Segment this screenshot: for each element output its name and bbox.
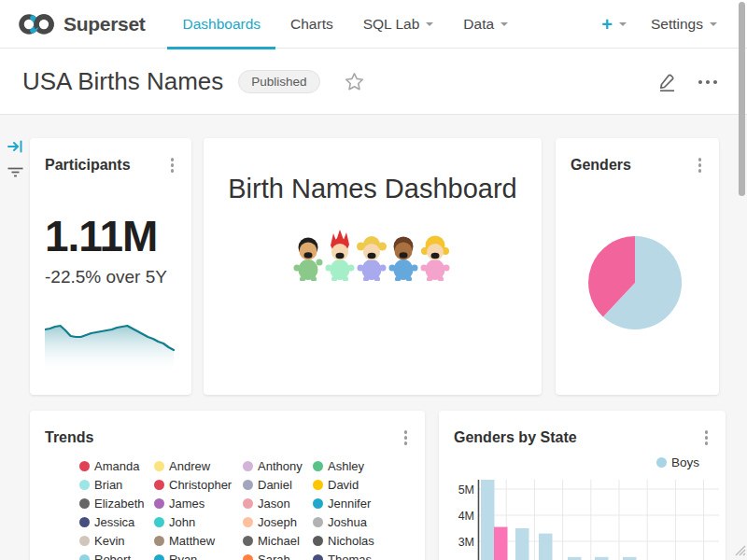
legend-label: Robert — [94, 553, 131, 560]
legend-item[interactable]: Jessica — [77, 512, 151, 531]
card-genders-by-state: Genders by State Boys 5M4M3M — [439, 411, 726, 560]
edit-dashboard-icon[interactable] — [656, 71, 678, 92]
published-badge[interactable]: Published — [238, 70, 319, 93]
legend-item[interactable]: David — [310, 475, 413, 494]
legend-label: Christopher — [169, 478, 232, 492]
legend-label: Nicholas — [328, 534, 374, 548]
legend-item[interactable]: Kevin — [77, 531, 151, 550]
card-markdown: Birth Names Dashboard — [204, 138, 542, 395]
nav-item-data[interactable]: Data — [448, 0, 523, 49]
card-genders: Genders — [556, 138, 719, 395]
legend-swatch — [154, 461, 164, 471]
legend-item[interactable]: Matthew — [151, 531, 240, 550]
children-illustration — [293, 227, 452, 281]
legend-item[interactable]: John — [151, 512, 240, 531]
card-menu-kebab-icon[interactable] — [702, 427, 712, 448]
superset-logo-icon — [17, 11, 56, 37]
legend-swatch — [79, 480, 90, 490]
legend-label: Michael — [258, 534, 300, 548]
markdown-heading: Birth Names Dashboard — [204, 138, 542, 204]
dashboard-header: USA Births Names Published — [0, 49, 747, 115]
main-menu: Dashboards Charts SQL Lab Data — [167, 0, 523, 49]
navbar: Superset Dashboards Charts SQL Lab Data … — [0, 0, 747, 49]
legend-item[interactable]: Thomas — [310, 550, 413, 560]
card-title: Participants — [45, 157, 131, 174]
participants-sparkline — [45, 321, 176, 377]
legend-item[interactable]: Ryan — [151, 550, 240, 560]
legend-swatch — [154, 480, 164, 490]
legend-label: Jessica — [94, 515, 134, 529]
dashboard-actions-menu[interactable] — [698, 80, 717, 84]
legend-item[interactable]: Brian — [77, 475, 151, 494]
legend-swatch — [243, 480, 253, 490]
legend-item[interactable]: Andrew — [151, 456, 240, 475]
legend-item[interactable]: Jason — [240, 494, 310, 512]
nav-item-dashboards[interactable]: Dashboards — [167, 0, 275, 49]
legend-label: Daniel — [258, 478, 292, 492]
legend-item[interactable]: Daniel — [240, 475, 310, 494]
legend-swatch — [313, 498, 323, 509]
legend-swatch — [154, 536, 164, 546]
legend-item[interactable]: James — [151, 494, 240, 512]
legend-swatch — [79, 554, 90, 560]
legend-label: Anthony — [258, 459, 303, 473]
legend-item[interactable]: Anthony — [240, 456, 310, 475]
brand[interactable]: Superset — [17, 11, 145, 37]
legend-label: David — [328, 478, 359, 492]
nav-label: SQL Lab — [363, 16, 420, 33]
legend-swatch — [154, 517, 164, 527]
legend-swatch — [313, 517, 323, 527]
legend-item[interactable]: Nicholas — [310, 531, 413, 550]
legend-item[interactable]: Amanda — [77, 456, 151, 475]
legend-item[interactable]: Joshua — [310, 512, 413, 531]
svg-text:4M: 4M — [458, 510, 474, 523]
legend-label: Matthew — [169, 534, 215, 548]
card-participants: Participants 1.11M -22.5% over 5Y — [30, 138, 191, 395]
legend-label: Joseph — [258, 515, 297, 529]
genders-by-state-chart[interactable]: 5M4M3M — [439, 448, 726, 560]
legend-item[interactable]: Robert — [77, 550, 151, 560]
dashboard-grid: Participants 1.11M -22.5% over 5Y Birth … — [0, 115, 747, 560]
settings-menu[interactable]: Settings — [651, 16, 717, 33]
legend-item[interactable]: Michael — [240, 531, 310, 550]
nav-item-sql-lab[interactable]: SQL Lab — [348, 0, 449, 49]
legend-item[interactable]: Sarah — [240, 550, 310, 560]
brand-name: Superset — [63, 13, 145, 35]
legend-item[interactable]: Jennifer — [310, 494, 413, 512]
genders-pie[interactable] — [556, 171, 719, 395]
legend-swatch — [313, 554, 323, 560]
legend-label: Andrew — [169, 459, 210, 473]
legend-swatch — [313, 461, 323, 471]
nav-label: Data — [463, 16, 494, 33]
vertical-scrollbar[interactable] — [739, 2, 745, 196]
legend-item[interactable]: Christopher — [151, 475, 240, 494]
svg-text:3M: 3M — [458, 536, 474, 549]
chevron-down-icon — [426, 22, 433, 30]
new-item-button[interactable]: + — [601, 15, 627, 34]
legend-label: Ryan — [169, 553, 197, 560]
card-menu-kebab-icon[interactable] — [402, 427, 411, 448]
legend-label: Joshua — [328, 515, 367, 529]
filter-funnel-icon[interactable] — [7, 165, 23, 179]
legend-item[interactable]: Elizabeth — [77, 494, 151, 512]
legend-swatch — [79, 498, 90, 509]
legend-label: Thomas — [328, 553, 372, 560]
legend-label: Jason — [258, 497, 290, 511]
legend-item[interactable]: Ashley — [310, 456, 413, 475]
card-menu-kebab-icon[interactable] — [168, 155, 177, 175]
legend-label: Elizabeth — [94, 497, 144, 511]
legend-label: Brian — [94, 478, 122, 492]
legend-label: John — [169, 515, 195, 529]
big-number-subheader: -22.5% over 5Y — [30, 261, 191, 287]
expand-filter-bar-icon[interactable] — [7, 139, 23, 154]
plus-icon: + — [601, 15, 613, 34]
card-resize-handle[interactable] — [732, 542, 746, 556]
nav-item-charts[interactable]: Charts — [275, 0, 348, 49]
legend-swatch — [243, 461, 253, 471]
legend-label: Sarah — [258, 553, 290, 560]
favorite-star-icon[interactable] — [345, 72, 364, 91]
legend-label: Ashley — [328, 459, 364, 473]
legend-item[interactable]: Joseph — [240, 512, 310, 531]
legend-swatch — [243, 498, 253, 509]
trends-legend: AmandaAndrewAnthonyAshleyBrianChristophe… — [77, 456, 413, 560]
